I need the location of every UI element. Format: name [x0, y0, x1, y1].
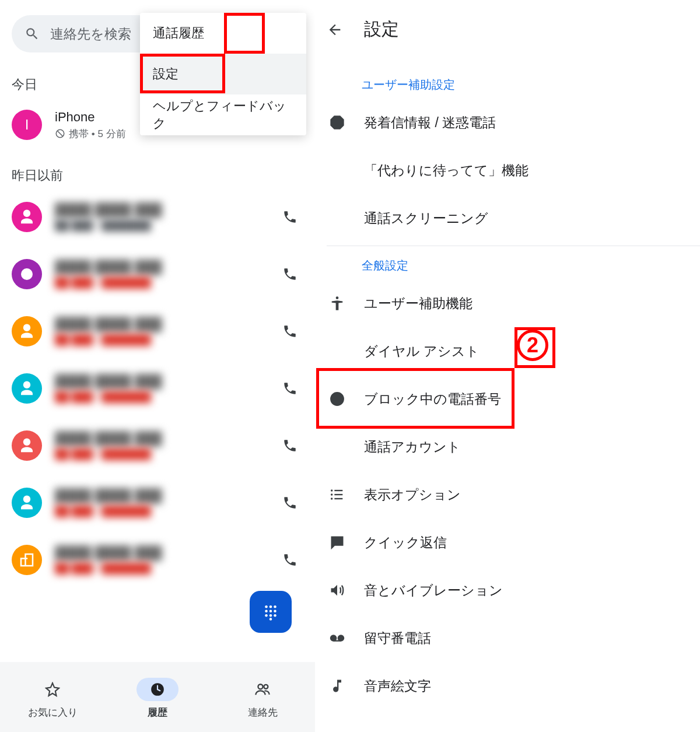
call-action[interactable]	[276, 209, 303, 225]
call-row-text: ████ ████ █████ ███ • ███████	[55, 202, 264, 232]
call-row-name-blurred: ████ ████ ███	[55, 260, 264, 275]
call-row-sub-blurred: ██ ███ • ███████	[55, 391, 264, 403]
nav-favorites-label: お気に入り	[28, 706, 78, 719]
call-history-row-blurred[interactable]: ████ ████ █████ ███ • ███████	[12, 196, 303, 238]
call-action[interactable]	[276, 438, 303, 453]
phone-icon	[282, 381, 298, 396]
svg-point-5	[274, 605, 276, 608]
call-row-sub-blurred: ██ ███ • ███████	[55, 220, 264, 232]
nav-history-label: 履歴	[148, 706, 167, 719]
search-icon	[24, 26, 40, 41]
annotation-step1-box	[140, 54, 225, 93]
avatar	[12, 373, 42, 404]
voicemail-icon	[327, 630, 348, 646]
call-row-name-blurred: ████ ████ ███	[55, 545, 264, 561]
svg-rect-23	[334, 490, 342, 491]
avatar	[12, 202, 42, 232]
nav-history[interactable]: 履歴	[111, 678, 204, 719]
opt-label: 「代わりに待ってて」機能	[364, 162, 528, 180]
list-icon	[327, 486, 348, 503]
chat-icon	[327, 534, 348, 551]
nav-favorites[interactable]: お気に入り	[6, 678, 99, 719]
call-action[interactable]	[276, 324, 303, 339]
call-history-row-blurred[interactable]: ████ ████ █████ ███ • ███████	[12, 539, 303, 581]
call-action[interactable]	[276, 267, 303, 282]
settings-screen: 設定 ユーザー補助設定 発着信情報 / 迷惑電話 「代わりに待ってて」機能 通話…	[315, 0, 700, 732]
call-history-row-blurred[interactable]: ████ ████ █████ ███ • ███████	[12, 367, 303, 409]
menu-item-help-feedback[interactable]: ヘルプとフィードバック	[140, 94, 306, 135]
annotation-step2-box	[316, 368, 514, 429]
svg-rect-27	[334, 498, 342, 499]
call-action[interactable]	[276, 495, 303, 510]
group-general: 全般設定	[315, 250, 700, 279]
section-header-earlier: 昨日以前	[12, 167, 63, 184]
opt-accessibility[interactable]: ユーザー補助機能	[315, 279, 700, 327]
call-row-name-blurred: ████ ████ ███	[55, 431, 264, 446]
svg-point-29	[338, 635, 344, 640]
svg-point-4	[270, 605, 272, 608]
opt-voicemail[interactable]: 留守番電話	[315, 614, 700, 662]
opt-label: 通話アカウント	[364, 438, 461, 456]
people-icon	[254, 681, 271, 698]
svg-point-2	[21, 268, 33, 280]
opt-label: クイック返信	[364, 534, 447, 552]
phone-icon	[282, 438, 298, 453]
call-row-sub-text: 携帯 • 5 分前	[69, 127, 126, 141]
section-header-today: 今日	[12, 76, 37, 93]
opt-sound-vibration[interactable]: 音とバイブレーション	[315, 566, 700, 614]
svg-point-3	[265, 605, 268, 608]
opt-caller-id[interactable]: 発着信情報 / 迷惑電話	[315, 99, 700, 146]
svg-point-11	[274, 614, 276, 617]
back-icon[interactable]	[327, 22, 343, 38]
music-note-icon	[327, 678, 348, 694]
avatar: I	[12, 110, 42, 140]
info-octagon-icon	[327, 114, 348, 131]
call-row-text: ████ ████ █████ ███ • ███████	[55, 260, 264, 289]
opt-voice-emoji[interactable]: 音声絵文字	[315, 662, 700, 710]
opt-label: ダイヤル アシスト	[364, 342, 480, 360]
opt-call-screening[interactable]: 通話スクリーニング	[315, 194, 700, 242]
call-row-name-blurred: ████ ████ ███	[55, 317, 264, 332]
opt-hold-for-me[interactable]: 「代わりに待ってて」機能	[315, 146, 700, 194]
avatar	[12, 430, 42, 461]
call-history-row-blurred[interactable]: ████ ████ █████ ███ • ███████	[12, 482, 303, 524]
dialpad-fab[interactable]	[250, 591, 292, 633]
annotation-step2-ring	[514, 327, 555, 368]
group-accessibility: ユーザー補助設定	[315, 69, 700, 99]
opt-call-accounts[interactable]: 通話アカウント	[315, 423, 700, 471]
avatar	[12, 488, 42, 518]
call-history-row-blurred[interactable]: ████ ████ █████ ███ • ███████	[12, 425, 303, 467]
svg-point-8	[274, 610, 276, 613]
svg-point-12	[270, 618, 272, 621]
opt-label: 音声絵文字	[364, 677, 431, 695]
settings-title: 設定	[364, 17, 399, 41]
nav-contacts[interactable]: 連絡先	[216, 678, 309, 719]
svg-point-18	[337, 125, 338, 126]
svg-point-15	[264, 684, 268, 688]
call-history-row-blurred[interactable]: ████ ████ █████ ███ • ███████	[12, 253, 303, 295]
opt-label: 通話スクリーニング	[364, 209, 488, 227]
call-action[interactable]	[276, 381, 303, 396]
opt-blocked-numbers[interactable]: ブロック中の電話番号 2	[315, 375, 700, 423]
volume-icon	[327, 582, 348, 598]
nav-contacts-label: 連絡先	[248, 706, 278, 719]
call-row-sub-blurred: ██ ███ • ███████	[55, 506, 264, 517]
bottom-navigation: お気に入り 履歴 連絡先	[0, 662, 315, 732]
menu-item-call-history[interactable]: 通話履歴	[140, 13, 306, 54]
divider	[327, 246, 700, 246]
avatar	[12, 316, 42, 346]
avatar	[12, 259, 42, 289]
svg-point-28	[331, 635, 336, 640]
opt-display-options[interactable]: 表示オプション	[315, 471, 700, 519]
call-history-row-blurred[interactable]: ████ ████ █████ ███ • ███████	[12, 310, 303, 352]
call-action[interactable]	[276, 552, 303, 568]
star-icon	[45, 682, 60, 697]
opt-quick-reply[interactable]: クイック返信	[315, 519, 700, 566]
call-row-text: ████ ████ █████ ███ • ███████	[55, 545, 264, 575]
svg-line-1	[58, 131, 63, 136]
dialpad-icon	[262, 603, 279, 621]
call-row-text: ████ ████ █████ ███ • ███████	[55, 374, 264, 403]
phone-icon	[282, 324, 298, 339]
call-row-name-blurred: ████ ████ ███	[55, 374, 264, 389]
opt-label: 音とバイブレーション	[364, 582, 503, 600]
